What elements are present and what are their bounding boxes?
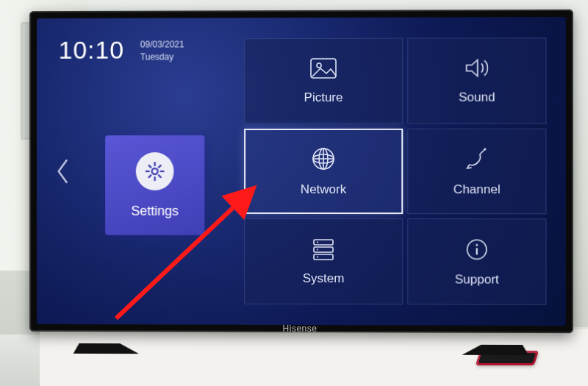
svg-point-15	[317, 256, 318, 257]
svg-rect-1	[311, 59, 336, 78]
svg-point-17	[476, 244, 478, 246]
tile-picture[interactable]: Picture	[244, 38, 403, 124]
sidebar-settings-label: Settings	[131, 203, 179, 218]
svg-point-9	[484, 148, 486, 150]
gear-icon	[136, 152, 174, 190]
chevron-left-icon	[56, 158, 71, 185]
svg-rect-11	[314, 247, 333, 252]
tile-channel-label: Channel	[453, 182, 501, 197]
tile-sound[interactable]: Sound	[407, 37, 546, 124]
sound-icon	[462, 57, 492, 80]
tv-screen: 10:10 09/03/2021 Tuesday	[37, 17, 566, 326]
svg-point-0	[152, 168, 158, 174]
tile-system-label: System	[303, 271, 345, 286]
svg-rect-10	[314, 240, 333, 245]
settings-grid: Picture Sound	[241, 17, 566, 326]
clock-weekday: Tuesday	[140, 51, 184, 63]
server-icon	[311, 237, 336, 261]
svg-point-13	[317, 241, 318, 243]
tile-system[interactable]: System	[244, 218, 403, 304]
sidebar-settings-tile[interactable]: Settings	[105, 135, 204, 235]
clock-date-block: 09/03/2021 Tuesday	[140, 38, 184, 63]
svg-marker-3	[467, 60, 478, 76]
svg-point-2	[317, 63, 321, 68]
nav-back-button[interactable]	[53, 154, 74, 188]
svg-rect-12	[314, 254, 333, 260]
tile-support-label: Support	[455, 272, 499, 287]
tile-picture-label: Picture	[304, 90, 343, 105]
tile-channel[interactable]: Channel	[407, 128, 546, 214]
info-icon	[465, 237, 490, 262]
tile-network-label: Network	[301, 182, 346, 197]
satellite-icon	[464, 146, 490, 172]
tile-sound-label: Sound	[459, 90, 495, 105]
tile-network[interactable]: Network	[244, 129, 403, 215]
tile-support[interactable]: Support	[407, 218, 546, 304]
clock-date: 09/03/2021	[140, 38, 184, 51]
tv-frame: 10:10 09/03/2021 Tuesday	[29, 10, 573, 333]
picture-icon	[309, 57, 338, 80]
clock-time: 10:10	[59, 36, 124, 65]
globe-icon	[310, 146, 337, 172]
tv-brand-label: Hisense	[283, 324, 318, 334]
svg-point-14	[317, 249, 318, 250]
